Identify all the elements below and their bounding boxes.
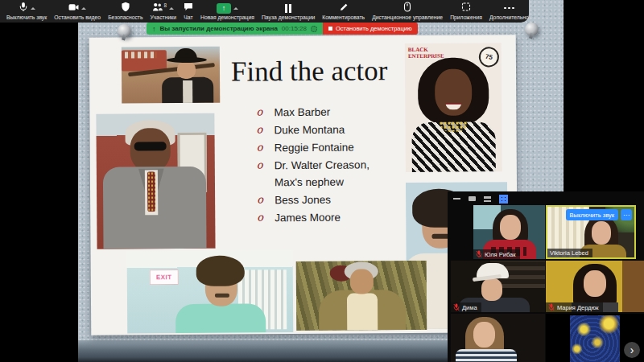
video-window-controls xyxy=(453,195,508,203)
participants-button[interactable]: 8 Участники xyxy=(151,0,176,23)
bullet-item: Reggie Fontaine xyxy=(254,138,393,156)
muted-mic-icon xyxy=(453,303,460,311)
share-up-arrow-icon: ↑ xyxy=(152,25,156,33)
participants-icon xyxy=(152,1,163,15)
video-tile[interactable] xyxy=(451,314,545,362)
bullet-item: Duke Montana xyxy=(254,121,392,138)
participants-window: Юля Рибак Выключить звук ⋯ Viktoria Lebe… xyxy=(448,191,644,362)
next-page-button[interactable]: › xyxy=(624,342,640,358)
participant-name-tag: Мария Дердюк xyxy=(546,302,603,312)
mouse-icon xyxy=(403,1,411,15)
photo-cowboy-actor xyxy=(122,47,220,104)
stop-video-button[interactable]: Остановить видео xyxy=(54,0,101,23)
new-share-button[interactable]: Новая демонстрация xyxy=(200,0,254,23)
chevron-up-icon[interactable] xyxy=(169,7,174,10)
participant-name-tag: Дима xyxy=(451,302,481,312)
zoom-meeting-window: Find the actor Max Barber Duke Montana R… xyxy=(0,0,644,362)
pause-share-button[interactable]: Пауза демонстрации xyxy=(262,0,315,23)
remote-control-button[interactable]: Дистанционное управление xyxy=(372,0,443,23)
speaker-view-icon[interactable] xyxy=(469,196,476,201)
chevron-up-icon[interactable] xyxy=(81,7,86,10)
video-tile[interactable]: Дима xyxy=(451,261,545,312)
pushpin-icon xyxy=(525,23,539,36)
participants-count-badge: 8 xyxy=(163,2,167,8)
chevron-up-icon[interactable] xyxy=(233,7,238,10)
bullet-item: Max Barber xyxy=(254,103,392,121)
starry-night-avatar xyxy=(570,315,620,362)
muted-mic-icon xyxy=(476,250,482,258)
mute-audio-button[interactable]: Выключить звук xyxy=(6,0,47,23)
share-screen-icon xyxy=(217,3,231,14)
photo-woman-actor: BLACK ENTERPRISE 75 xyxy=(405,43,502,172)
photo-lying-man-actor xyxy=(296,261,427,331)
stop-share-button[interactable]: Остановить демонстрацию xyxy=(323,23,418,35)
participant-more-button[interactable]: ⋯ xyxy=(621,209,632,220)
pencil-icon xyxy=(339,1,349,15)
annotate-button[interactable]: Комментировать xyxy=(322,0,365,23)
letterbox-left xyxy=(0,0,78,362)
video-tile[interactable]: Мария Дердюк xyxy=(546,261,644,312)
slide-title: Find the actor xyxy=(231,55,388,88)
screen-share-banner: ↑ Вы запустили демонстрацию экрана 00:15… xyxy=(147,23,418,35)
microphone-icon xyxy=(19,1,28,15)
photo-elderly-suit-actor xyxy=(96,113,215,249)
gallery-view-icon[interactable] xyxy=(499,195,508,204)
slide-bullet-list: Max Barber Duke Montana Reggie Fontaine … xyxy=(254,103,393,228)
camera-icon xyxy=(68,1,79,15)
participant-name-tag: Viktoria Lebed xyxy=(547,249,592,257)
video-tile-active-speaker[interactable]: Выключить звук ⋯ Viktoria Lebed xyxy=(546,205,636,259)
minimize-icon[interactable] xyxy=(453,198,460,200)
more-icon xyxy=(504,3,514,14)
muted-mic-icon xyxy=(548,303,555,311)
video-tile[interactable]: Юля Рибак xyxy=(473,205,545,259)
chevron-up-icon[interactable] xyxy=(31,7,35,10)
chat-button[interactable]: Чат xyxy=(184,0,193,23)
bullet-item: James Moore xyxy=(254,209,393,227)
stop-icon xyxy=(328,27,332,31)
pushpin-icon xyxy=(118,24,131,38)
exit-sign: EXIT xyxy=(150,269,179,285)
meeting-toolbar: Выключить звук Остановить видео Безопасн… xyxy=(0,0,529,23)
share-status-text: Вы запустили демонстрацию экрана xyxy=(160,25,278,32)
photo-teal-shirt-actor: EXIT xyxy=(127,250,294,333)
more-button[interactable]: Дополнительно xyxy=(489,0,529,23)
shield-icon xyxy=(121,1,130,15)
pause-icon xyxy=(285,4,291,13)
apps-button[interactable]: Приложения xyxy=(450,0,482,23)
bullet-item: Dr. Walter Creason, Max's nephew xyxy=(254,156,393,191)
apps-icon xyxy=(461,1,471,15)
chat-icon xyxy=(184,1,193,15)
magazine-text: BLACK ENTERPRISE xyxy=(408,47,444,60)
gear-icon[interactable] xyxy=(311,26,317,32)
share-timer: 00:15:28 xyxy=(282,25,307,32)
share-status: ↑ Вы запустили демонстрацию экрана 00:15… xyxy=(147,23,323,35)
magazine-badge: 75 xyxy=(477,45,502,69)
bullet-item: Bess Jones xyxy=(254,191,393,208)
strip-view-icon[interactable] xyxy=(484,196,491,202)
security-button[interactable]: Безопасность xyxy=(108,0,142,23)
mute-participant-button[interactable]: Выключить звук xyxy=(566,209,618,220)
participant-name-tag: Юля Рибак xyxy=(473,249,520,259)
